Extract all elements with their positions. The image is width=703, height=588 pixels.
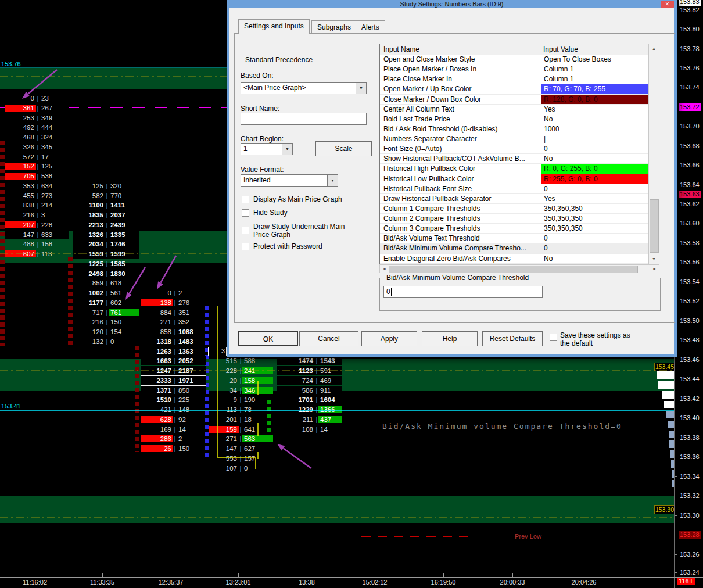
numbers-row: 20|158 [209,376,273,385]
settings-row[interactable]: Open and Close Marker StyleOpen To Close… [380,55,649,64]
settings-row[interactable]: Close Marker / Down Box ColorR: 128, G: … [380,95,649,105]
scroll-left-icon[interactable]: ◄ [380,265,389,273]
settings-row[interactable]: Show Historical Pullback/COT AskVolume B… [380,154,649,164]
setting-name: Numbers Separator Character [380,134,541,144]
scroll-down-icon[interactable]: ▼ [649,254,659,264]
ask-cell: 1483 [177,338,206,345]
protect-password-checkbox[interactable] [242,243,249,250]
setting-value: 0 [541,144,649,153]
ask-cell: 154 [109,328,139,335]
partially-hidden-numbers-row: 3 [208,347,227,356]
cancel-button[interactable]: Cancel [299,331,358,346]
numbers-row: 9|190 [209,395,273,404]
table-hscrollbar[interactable]: ◄ ► [379,264,659,273]
chart-region-select[interactable]: 1 ▼ [241,143,293,155]
settings-row[interactable]: Historical Low Pullback ColorR: 255, G: … [380,174,649,184]
depth-bar [668,421,674,428]
bid-cell: 1835 [73,211,105,218]
settings-row[interactable]: Enable Diagonal Zero Bid/Ask ComparesNo [380,254,649,264]
price-axis-label: 153.78 [679,45,701,53]
numbers-row: 132|0 [73,337,139,346]
price-axis[interactable]: 153.83153.82153.80153.78153.76153.74153.… [674,0,703,588]
price-axis-label: 153.62 [679,200,701,208]
based-on-select[interactable]: <Main Price Graph> ▼ [241,82,367,94]
price-axis-label: 153.58 [679,239,701,247]
settings-row[interactable]: Place Open Marker / Boxes InColumn 1 [380,64,649,74]
numbers-row: 1371|850 [141,386,206,395]
numbers-row: 607|113 [5,249,69,259]
chevron-down-icon[interactable]: ▼ [282,144,292,155]
display-as-main-checkbox[interactable] [242,196,249,203]
price-axis-label: 153.64 [679,181,701,189]
ask-cell: 634 [40,182,69,189]
ask-cell: 1366 [318,406,342,413]
ask-cell: 469 [318,377,342,384]
price-axis-label: 153.40 [679,414,701,422]
hscroll-thumb[interactable] [389,266,638,273]
bid-cell: 1002 [73,289,105,296]
settings-row[interactable]: Font Size (0=Auto)0 [380,144,649,154]
table-vscrollbar[interactable]: ▲ ▼ [648,44,659,264]
tab-settings-and-inputs[interactable]: Settings and Inputs [238,19,310,34]
settings-row[interactable]: Column 1 Compare Thresholds350,350,350 [380,204,649,214]
time-axis-tick [35,573,35,577]
scroll-right-icon[interactable]: ► [650,265,659,273]
price-axis-label: 153.42 [679,395,701,403]
value-format-select[interactable]: Inherited ▼ [241,174,338,187]
settings-row[interactable]: Bid / Ask Bold Threshold (0-disables)100… [380,124,649,134]
close-icon[interactable]: ✕ [661,1,674,8]
bid-cell: 1229 [277,406,315,413]
scale-button[interactable]: Scale [315,141,372,156]
settings-row[interactable]: Bid/Ask Volume Text Threshold0 [380,234,649,243]
settings-row[interactable]: Center All Column TextYes [380,105,649,114]
numbers-row: 1326|1335 [73,230,139,239]
scroll-up-icon[interactable]: ▲ [649,44,659,53]
price-axis-tick [675,572,677,573]
hide-study-checkbox[interactable] [242,209,249,217]
ask-cell: 78 [242,406,273,413]
settings-row[interactable]: Column 3 Compare Thresholds350,350,350 [380,224,649,234]
numbers-row: 2034|1746 [73,239,139,249]
ask-cell: 563 [242,435,273,442]
settings-row[interactable]: Column 2 Compare Thresholds350,350,350 [380,214,649,224]
price-axis-tick [675,399,677,399]
ask-cell: 633 [40,231,69,238]
ask-cell: 761 [109,309,139,316]
threshold-input[interactable]: 0 [383,286,543,298]
price-axis-tick [675,360,677,360]
settings-row[interactable]: Bold Last Trade PriceNo [380,114,649,124]
settings-row[interactable]: Numbers Separator Character| [380,134,649,144]
setting-name: Historical Low Pullback Color [380,174,541,184]
ask-cell: 324 [40,134,69,141]
reset-defaults-button[interactable]: Reset Defaults [482,331,543,346]
draw-underneath-checkbox[interactable] [242,227,249,234]
chevron-down-icon[interactable]: ▼ [356,83,366,94]
tab-alerts[interactable]: Alerts [356,20,385,34]
depth-bar [670,450,674,458]
ask-cell: 351 [177,309,206,316]
ask-cell: 276 [177,299,206,306]
chevron-down-icon[interactable]: ▼ [327,175,338,186]
ok-button[interactable]: OK [238,331,298,346]
settings-row[interactable]: Historical Pullback Font Size0 [380,184,649,194]
ask-cell: 157 [242,455,273,462]
time-axis[interactable]: 11:16:0211:33:3512:35:3713:23:0113:3815:… [0,569,674,588]
save-default-checkbox[interactable] [550,334,557,341]
bid-cell: 207 [5,221,36,228]
vscroll-thumb[interactable] [650,199,659,253]
apply-button[interactable]: Apply [361,331,417,346]
price-axis-label: 153.50 [679,317,701,325]
settings-row[interactable]: Open Marker / Up Box ColorR: 70, G: 70, … [380,84,649,94]
bid-cell: 0 [141,289,173,296]
settings-row[interactable]: Place Close Marker InColumn 1 [380,74,649,84]
help-button[interactable]: Help [422,331,478,346]
setting-value: R: 255, G: 0, B: 0 [541,174,649,184]
setting-value: No [541,154,649,163]
depth-bar [669,431,674,438]
settings-row[interactable]: Bid/Ask Minimum Volume Compare Thresho..… [380,243,649,253]
short-name-input[interactable] [241,113,367,125]
settings-row[interactable]: Historical High Pullback ColorR: 0, G: 2… [380,164,649,174]
settings-row[interactable]: Draw Historical Pullback SeparatorYes [380,194,649,204]
ask-cell: 1971 [177,377,206,384]
tab-subgraphs[interactable]: Subgraphs [311,20,357,34]
